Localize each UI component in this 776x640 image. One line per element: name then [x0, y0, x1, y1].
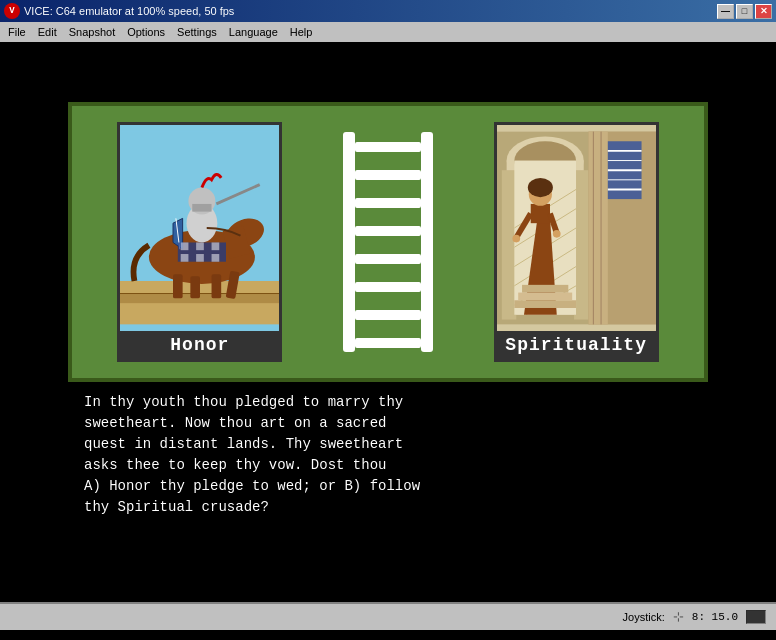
game-text-line-6: thy Spiritual crusade? [84, 497, 692, 518]
menu-item-settings[interactable]: Settings [171, 24, 223, 40]
ladder [343, 132, 433, 352]
game-text-area: In thy youth thou pledged to marry thy s… [68, 382, 708, 528]
emulator-area: Honor [0, 42, 776, 602]
ladder-rung-6 [355, 282, 421, 292]
game-text-line-3: quest in distant lands. Thy sweetheart [84, 434, 692, 455]
joystick-icon: ⊹ [673, 609, 684, 625]
game-text-line-5: A) Honor thy pledge to wed; or B) follow [84, 476, 692, 497]
title-bar: V VICE: C64 emulator at 100% speed, 50 f… [0, 0, 776, 22]
menu-item-language[interactable]: Language [223, 24, 284, 40]
ladder-rung-4 [355, 226, 421, 236]
title-buttons: — □ ✕ [717, 4, 772, 19]
svg-rect-48 [522, 285, 568, 293]
svg-point-43 [527, 178, 552, 197]
svg-rect-21 [196, 254, 204, 262]
ladder-rung-3 [355, 198, 421, 208]
svg-rect-28 [574, 170, 588, 319]
spirituality-card[interactable]: Spirituality [494, 122, 659, 362]
maximize-button[interactable]: □ [736, 4, 753, 19]
svg-point-45 [553, 230, 561, 238]
spirit-illustration [497, 125, 656, 331]
title-left: V VICE: C64 emulator at 100% speed, 50 f… [4, 3, 234, 19]
close-button[interactable]: ✕ [755, 4, 772, 19]
ladder-right-side [421, 132, 433, 352]
menu-item-options[interactable]: Options [121, 24, 171, 40]
svg-rect-41 [530, 204, 549, 223]
honor-card[interactable]: Honor [117, 122, 282, 362]
svg-rect-22 [212, 254, 220, 262]
spirituality-card-label: Spirituality [497, 331, 656, 359]
app-icon: V [4, 3, 20, 19]
menu-item-file[interactable]: File [2, 24, 32, 40]
svg-rect-20 [181, 254, 189, 262]
ladder-left-side [343, 132, 355, 352]
ladder-rung-7 [355, 310, 421, 320]
game-text-line-1: In thy youth thou pledged to marry thy [84, 392, 692, 413]
ladder-rung-8 [355, 338, 421, 348]
ladder-rung-5 [355, 254, 421, 264]
menu-item-snapshot[interactable]: Snapshot [63, 24, 121, 40]
svg-rect-8 [191, 276, 201, 298]
honor-card-label: Honor [120, 331, 279, 359]
svg-rect-7 [173, 274, 183, 298]
status-info: 8: 15.0 [692, 611, 738, 623]
window-title: VICE: C64 emulator at 100% speed, 50 fps [24, 5, 234, 17]
game-text-line-4: asks thee to keep thy vow. Dost thou [84, 455, 692, 476]
svg-point-44 [512, 235, 520, 243]
knight-illustration [120, 125, 279, 331]
game-screen: Honor [68, 82, 708, 562]
svg-rect-46 [514, 300, 576, 308]
spirituality-card-image [497, 125, 656, 331]
joystick-label: Joystick: [623, 611, 665, 623]
ladder-rung-1 [355, 142, 421, 152]
ladder-container [313, 122, 463, 362]
choice-panel: Honor [68, 102, 708, 382]
svg-rect-47 [518, 293, 572, 301]
status-indicator-box [746, 610, 766, 624]
menu-item-edit[interactable]: Edit [32, 24, 63, 40]
svg-rect-13 [193, 204, 212, 212]
svg-rect-9 [212, 274, 222, 298]
honor-scene [120, 125, 279, 331]
menu-bar: File Edit Snapshot Options Settings Lang… [0, 22, 776, 42]
menu-item-help[interactable]: Help [284, 24, 319, 40]
svg-rect-27 [501, 170, 515, 319]
spirit-scene [497, 125, 656, 331]
status-bar: Joystick: ⊹ 8: 15.0 [0, 602, 776, 630]
svg-rect-18 [196, 242, 204, 250]
ladder-rung-2 [355, 170, 421, 180]
minimize-button[interactable]: — [717, 4, 734, 19]
svg-rect-17 [181, 242, 189, 250]
svg-rect-38 [588, 132, 607, 325]
honor-card-image [120, 125, 279, 331]
svg-rect-19 [212, 242, 220, 250]
game-text-line-2: sweetheart. Now thou art on a sacred [84, 413, 692, 434]
